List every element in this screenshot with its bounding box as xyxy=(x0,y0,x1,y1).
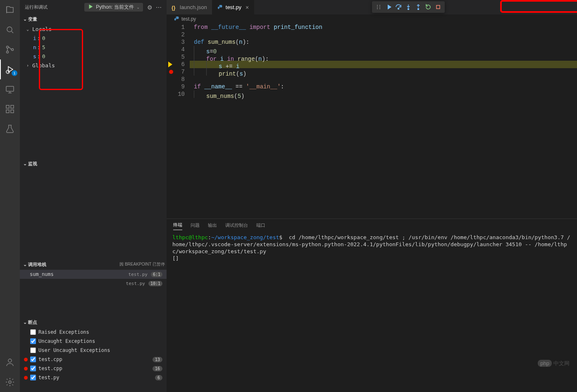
chevron-right-icon: › xyxy=(26,63,32,68)
terminal-tab[interactable]: 端口 xyxy=(256,221,265,230)
run-debug-icon[interactable]: 1 xyxy=(0,59,20,79)
search-icon[interactable] xyxy=(0,20,20,40)
stop-button[interactable] xyxy=(433,2,443,12)
svg-rect-7 xyxy=(11,105,14,108)
breakpoint-checkbox[interactable] xyxy=(30,366,36,371)
account-icon[interactable] xyxy=(0,352,20,372)
sidebar-title: 运行和调试 xyxy=(25,4,84,10)
var-name: i xyxy=(33,35,36,41)
breakpoint-checkbox[interactable] xyxy=(30,347,36,353)
svg-point-0 xyxy=(7,27,12,32)
callstack-section-header[interactable]: ⌄ 调用堆栈 因 BREAKPOINT 已暂停 xyxy=(20,260,167,269)
variables-section-header[interactable]: ⌄ 变量 xyxy=(20,14,167,24)
stack-frame[interactable]: sum_numstest.py6:1 xyxy=(20,270,167,279)
callstack-status: 因 BREAKPOINT 已暂停 xyxy=(119,261,165,267)
breakpoint-item[interactable]: test.cpp16 xyxy=(20,364,167,373)
breakpoint-line: 13 xyxy=(153,357,162,362)
watch-section-header[interactable]: ⌄ 监视 xyxy=(20,159,167,168)
terminal-tab[interactable]: 输出 xyxy=(208,221,217,230)
terminal-tab[interactable]: 终端 xyxy=(173,220,182,230)
gutter-line[interactable]: 5 xyxy=(167,53,185,61)
source-control-icon[interactable] xyxy=(0,40,20,59)
gutter-line[interactable]: 9 xyxy=(167,83,185,90)
variable-item[interactable]: n:5 xyxy=(20,43,167,52)
var-value: 5 xyxy=(42,44,45,50)
breakpoint-label: test.cpp xyxy=(38,356,150,362)
editor-tab[interactable]: {}launch.json xyxy=(167,0,212,14)
breakpoint-item[interactable]: test.cpp13 xyxy=(20,355,167,364)
close-icon[interactable]: × xyxy=(246,4,249,11)
breakpoint-checkbox[interactable] xyxy=(30,375,36,380)
breakpoints-section-header[interactable]: ⌄ 断点 xyxy=(20,318,167,327)
test-icon[interactable] xyxy=(0,119,20,139)
terminal-tab[interactable]: 调试控制台 xyxy=(225,221,248,230)
py-file-icon xyxy=(217,5,223,10)
extensions-icon[interactable] xyxy=(0,99,20,119)
var-value: 0 xyxy=(42,35,45,41)
svg-point-20 xyxy=(418,9,419,10)
var-name: s xyxy=(33,53,36,59)
svg-point-12 xyxy=(377,5,378,6)
variable-scope[interactable]: ›Globals xyxy=(20,61,167,70)
code-line[interactable]: for i in range(n): xyxy=(190,53,577,61)
continue-button[interactable] xyxy=(384,2,393,12)
svg-rect-21 xyxy=(436,5,440,9)
breakpoint-checkbox[interactable] xyxy=(30,338,36,344)
breakpoint-item[interactable]: test.py6 xyxy=(20,373,167,382)
terminal-prompt: $ xyxy=(279,234,288,240)
gutter-line[interactable]: 4 xyxy=(167,46,185,53)
stack-frame[interactable]: test.py10:1 xyxy=(20,279,167,288)
svg-point-15 xyxy=(379,5,380,6)
gutter-line[interactable]: 8 xyxy=(167,76,185,83)
step-over-button[interactable] xyxy=(393,2,403,12)
gutter-line[interactable]: 2 xyxy=(167,31,185,38)
code-line[interactable]: s=0 xyxy=(190,46,577,53)
breakpoint-checkbox[interactable] xyxy=(30,329,36,335)
gutter-line[interactable]: 6 xyxy=(167,61,185,68)
gutter-line[interactable]: 10 xyxy=(167,90,185,98)
svg-point-11 xyxy=(9,381,11,383)
code-line[interactable]: from __future__ import print_function xyxy=(190,24,577,31)
svg-point-19 xyxy=(408,9,409,10)
settings-gear-icon[interactable] xyxy=(0,372,20,392)
remote-icon[interactable] xyxy=(0,79,20,99)
drag-handle-icon[interactable] xyxy=(374,2,384,12)
gutter-line[interactable]: 3 xyxy=(167,38,185,46)
terminal-path: ~/workspace_zong/test xyxy=(211,234,279,240)
svg-point-17 xyxy=(379,8,380,9)
variable-item[interactable]: s:0 xyxy=(20,52,167,61)
breakpoint-checkbox[interactable] xyxy=(30,356,36,362)
debug-config-selector[interactable]: Python: 当前文件 ⌄ xyxy=(84,3,143,12)
watermark: php中文网 xyxy=(538,360,570,367)
gear-icon[interactable]: ⚙ xyxy=(147,4,153,11)
chevron-down-icon: ⌄ xyxy=(21,17,28,22)
step-out-button[interactable] xyxy=(413,2,423,12)
chevron-down-icon: ⌄ xyxy=(26,27,32,31)
explorer-icon[interactable] xyxy=(0,0,20,20)
variable-item[interactable]: i:0 xyxy=(20,33,167,43)
gutter-line[interactable]: 7 xyxy=(167,68,185,76)
editor-tab[interactable]: test.py× xyxy=(212,0,254,14)
variable-scope[interactable]: ⌄Locals xyxy=(20,24,167,33)
breakpoint-item[interactable]: Uncaught Exceptions xyxy=(20,337,167,346)
watch-label: 监视 xyxy=(28,161,165,167)
code-line[interactable]: def sum_nums(n): xyxy=(190,38,577,46)
code-line[interactable]: if __name__ == '__main__': xyxy=(190,83,577,90)
terminal-cursor: [] xyxy=(172,255,571,262)
restart-button[interactable] xyxy=(423,2,433,12)
step-into-button[interactable] xyxy=(403,2,413,12)
frame-position: 6:1 xyxy=(151,272,162,277)
breakpoint-item[interactable]: Raised Exceptions xyxy=(20,328,167,337)
gutter-line[interactable]: 1 xyxy=(167,24,185,31)
frame-position: 10:1 xyxy=(148,281,162,286)
code-line[interactable] xyxy=(190,76,577,83)
terminal-tab[interactable]: 问题 xyxy=(191,221,200,230)
breakpoint-item[interactable]: User Uncaught Exceptions xyxy=(20,346,167,355)
breakpoint-dot-icon xyxy=(24,376,28,380)
more-icon[interactable]: ⋯ xyxy=(156,4,162,11)
scope-label: Locals xyxy=(32,26,52,32)
code-line[interactable]: print(s) xyxy=(190,68,577,76)
code-line[interactable]: sum_nums(5) xyxy=(190,90,577,98)
breadcrumb-file[interactable]: test.py xyxy=(181,16,196,22)
code-line[interactable] xyxy=(190,31,577,38)
